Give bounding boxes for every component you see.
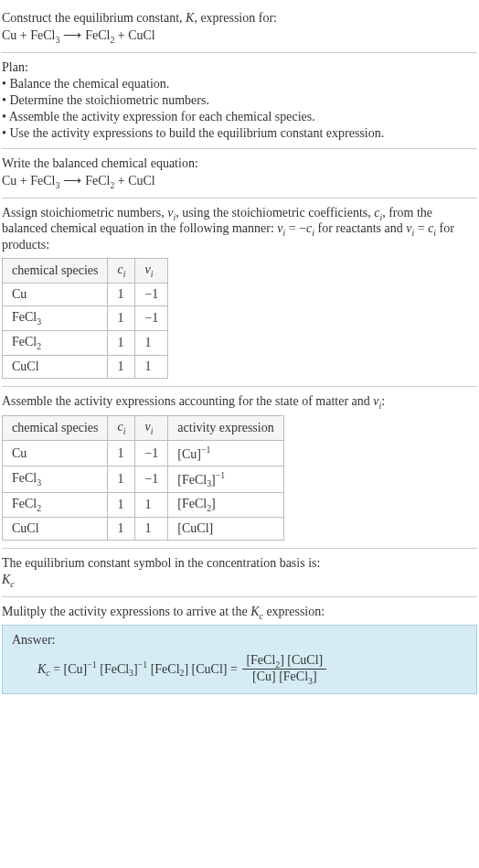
cell-species: FeCl3: [3, 305, 108, 330]
ans-num2: [CuCl]: [284, 653, 323, 667]
ans-den1: [Cu]: [252, 670, 276, 683]
answer-label: Answer:: [12, 633, 467, 648]
cell-species: CuCl: [3, 518, 108, 541]
cell-ci: 1: [108, 330, 135, 355]
symbol-kc: Kc: [2, 573, 477, 589]
act-post: ]: [211, 497, 216, 510]
assign-section: Assign stoichiometric numbers, νi, using…: [2, 198, 477, 387]
cell-activity: [FeCl3]−1: [168, 466, 283, 492]
plan-bullet-2: • Determine the stoichiometric numbers.: [2, 93, 477, 108]
a-p4: for reactants and: [314, 221, 406, 235]
cell-species-sub: 3: [37, 477, 41, 488]
th-nui: νi: [135, 416, 168, 441]
cell-activity: [FeCl2]: [168, 493, 283, 518]
activity-title: Assemble the activity expressions accoun…: [2, 394, 477, 411]
mul-post: expression:: [263, 605, 325, 618]
ans-num1a: [FeCl: [246, 653, 275, 667]
act-title-pre: Assemble the activity expressions accoun…: [2, 394, 373, 408]
question-text: Construct the equilibrium constant, K, e…: [2, 11, 477, 26]
act-sup: −1: [201, 445, 210, 455]
table-row: FeCl3 1 −1: [3, 305, 168, 330]
cell-ci: 1: [108, 518, 135, 541]
plan-section: Plan: • Balance the chemical equation. •…: [2, 53, 477, 149]
cell-species-text: FeCl: [12, 497, 37, 510]
answer-box: Answer: Kc = [Cu]−1 [FeCl3]−1 [FeCl2] [C…: [2, 625, 477, 695]
beq-rhs1: FeCl: [85, 174, 110, 188]
beq-lhs: Cu + FeCl: [2, 174, 55, 188]
cell-nui: 1: [135, 493, 168, 518]
ans-t2a: [FeCl: [97, 661, 129, 675]
eq-rhs1: FeCl: [85, 28, 110, 42]
symbol-section: The equilibrium constant symbol in the c…: [2, 549, 477, 597]
ans-eq2: =: [227, 661, 240, 675]
a-p1: Assign stoichiometric numbers,: [2, 206, 167, 220]
ans-den2a: [FeCl: [276, 670, 308, 683]
cell-ci: 1: [108, 493, 135, 518]
cell-ci: 1: [108, 441, 135, 466]
table-row: FeCl2 1 1 [FeCl2]: [3, 493, 284, 518]
mul-pre: Mulitply the activity expressions to arr…: [2, 605, 250, 618]
question-equation: Cu + FeCl3 ⟶ FeCl2 + CuCl: [2, 27, 477, 45]
plan-bullet-1: • Balance the chemical equation.: [2, 77, 477, 91]
cell-species: CuCl: [3, 355, 108, 378]
cell-activity: [Cu]−1: [168, 441, 283, 466]
ans-t3a: [FeCl: [147, 661, 179, 675]
table-row: Cu 1 −1: [3, 283, 168, 305]
th-nui-i: i: [151, 269, 154, 279]
plan-bullet-3: • Assemble the activity expression for e…: [2, 110, 477, 124]
table-header-row: chemical species ci νi: [3, 259, 168, 284]
ans-t4: [CuCl]: [188, 661, 227, 675]
ans-t2sup: −1: [138, 659, 147, 670]
answer-expression: Kc = [Cu]−1 [FeCl3]−1 [FeCl2] [CuCl] = […: [12, 653, 467, 687]
th-ci: ci: [108, 259, 135, 284]
mul-K: K: [250, 605, 259, 618]
act-sup: −1: [216, 470, 225, 480]
plan-title: Plan:: [2, 60, 477, 75]
question-section: Construct the equilibrium constant, K, e…: [2, 4, 477, 53]
cell-ci: 1: [108, 283, 135, 305]
ans-t1sup: −1: [87, 659, 96, 670]
multiply-text: Mulitply the activity expressions to arr…: [2, 605, 477, 621]
plan-bullet-4: • Use the activity expressions to build …: [2, 126, 477, 141]
act-pre: [FeCl: [177, 472, 207, 486]
cell-nui: −1: [135, 283, 168, 305]
ans-K: K: [37, 661, 46, 675]
cell-species-text: FeCl: [12, 335, 37, 348]
cell-species-text: FeCl: [12, 310, 37, 324]
act-pre: [Cu]: [177, 447, 201, 461]
cell-species-text: FeCl: [12, 471, 37, 485]
balanced-title: Write the balanced chemical equation:: [2, 156, 477, 171]
q-post: , expression for:: [194, 11, 277, 25]
cell-nui: −1: [135, 305, 168, 330]
eq-arrow: ⟶: [59, 27, 85, 42]
cell-nui: −1: [135, 441, 168, 466]
cell-species: FeCl2: [3, 330, 108, 355]
beq-rhs2: + CuCl: [114, 174, 154, 188]
cell-species-sub: 3: [37, 316, 41, 327]
act-title-post: :: [381, 394, 385, 408]
eq-rhs2: + CuCl: [114, 28, 154, 42]
stoich-table: chemical species ci νi Cu 1 −1 FeCl3 1 −…: [2, 258, 168, 378]
ans-num: [FeCl2] [CuCl]: [242, 653, 326, 670]
th-nui: νi: [135, 259, 168, 284]
cell-activity: [CuCl]: [168, 518, 283, 541]
balanced-equation: Cu + FeCl3 ⟶ FeCl2 + CuCl: [2, 173, 477, 190]
th-ci-i: i: [123, 426, 126, 436]
symbol-K: K: [2, 573, 10, 586]
q-K: K: [186, 11, 194, 25]
act-pre: [FeCl: [177, 497, 207, 510]
cell-nui: 1: [135, 330, 168, 355]
cell-species-sub: 2: [37, 341, 41, 351]
multiply-section: Mulitply the activity expressions to arr…: [2, 597, 477, 700]
a-rel1b: = −: [285, 221, 306, 235]
a-p2: , using the stoichiometric coefficients,: [176, 206, 374, 220]
ans-t1: [Cu]: [64, 661, 88, 675]
activity-section: Assemble the activity expressions accoun…: [2, 387, 477, 550]
a-rel2b: =: [414, 221, 428, 235]
ans-den: [Cu] [FeCl3]: [242, 670, 326, 686]
cell-species: Cu: [3, 283, 108, 305]
table-row: CuCl 1 1: [3, 355, 168, 378]
balanced-section: Write the balanced chemical equation: Cu…: [2, 149, 477, 198]
th-ci-i: i: [123, 269, 126, 279]
cell-species: Cu: [3, 441, 108, 466]
